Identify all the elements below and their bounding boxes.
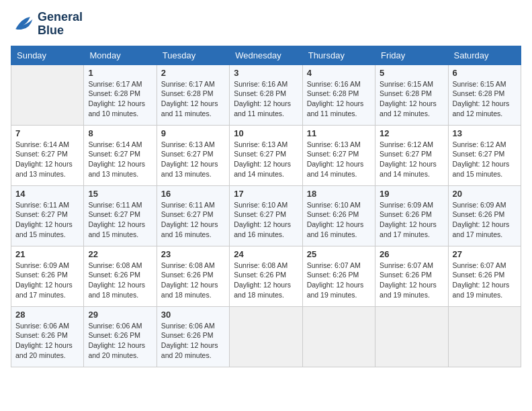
weekday-header-thursday: Thursday <box>302 46 375 64</box>
calendar-cell: 16Sunrise: 6:11 AM Sunset: 6:27 PM Dayli… <box>157 185 229 246</box>
day-number: 7 <box>15 128 79 138</box>
calendar-week-3: 14Sunrise: 6:11 AM Sunset: 6:27 PM Dayli… <box>11 185 521 246</box>
calendar-cell: 10Sunrise: 6:13 AM Sunset: 6:27 PM Dayli… <box>230 125 302 185</box>
day-number: 13 <box>453 128 517 138</box>
day-number: 24 <box>234 249 298 259</box>
calendar-cell: 18Sunrise: 6:10 AM Sunset: 6:26 PM Dayli… <box>302 185 375 246</box>
day-number: 28 <box>15 310 79 320</box>
day-info: Sunrise: 6:11 AM Sunset: 6:27 PM Dayligh… <box>15 200 79 240</box>
day-info: Sunrise: 6:07 AM Sunset: 6:26 PM Dayligh… <box>453 261 517 300</box>
day-number: 19 <box>380 189 443 199</box>
calendar-cell: 14Sunrise: 6:11 AM Sunset: 6:27 PM Dayli… <box>11 185 84 246</box>
calendar-header: SundayMondayTuesdayWednesdayThursdayFrid… <box>11 46 521 64</box>
page-header: General Blue <box>11 11 521 38</box>
calendar-cell <box>448 306 521 367</box>
day-info: Sunrise: 6:17 AM Sunset: 6:28 PM Dayligh… <box>161 79 225 119</box>
weekday-header-tuesday: Tuesday <box>157 46 229 64</box>
calendar-cell: 2Sunrise: 6:17 AM Sunset: 6:28 PM Daylig… <box>157 64 229 125</box>
day-info: Sunrise: 6:09 AM Sunset: 6:26 PM Dayligh… <box>15 261 79 300</box>
calendar-cell: 8Sunrise: 6:14 AM Sunset: 6:27 PM Daylig… <box>84 125 157 185</box>
calendar-cell <box>230 306 302 367</box>
day-number: 10 <box>234 128 298 138</box>
calendar-cell: 29Sunrise: 6:06 AM Sunset: 6:26 PM Dayli… <box>84 306 157 367</box>
calendar-cell: 22Sunrise: 6:08 AM Sunset: 6:26 PM Dayli… <box>84 246 157 306</box>
day-number: 8 <box>88 128 152 138</box>
calendar-cell: 27Sunrise: 6:07 AM Sunset: 6:26 PM Dayli… <box>448 246 521 306</box>
day-info: Sunrise: 6:06 AM Sunset: 6:26 PM Dayligh… <box>161 321 225 361</box>
calendar-cell: 12Sunrise: 6:12 AM Sunset: 6:27 PM Dayli… <box>375 125 448 185</box>
day-info: Sunrise: 6:16 AM Sunset: 6:28 PM Dayligh… <box>234 79 298 119</box>
day-info: Sunrise: 6:17 AM Sunset: 6:28 PM Dayligh… <box>88 79 152 119</box>
calendar-cell: 1Sunrise: 6:17 AM Sunset: 6:28 PM Daylig… <box>84 64 157 125</box>
day-number: 12 <box>380 128 443 138</box>
logo-text: General Blue <box>38 11 83 38</box>
weekday-header-wednesday: Wednesday <box>230 46 302 64</box>
weekday-header-saturday: Saturday <box>448 46 521 64</box>
day-info: Sunrise: 6:10 AM Sunset: 6:27 PM Dayligh… <box>234 200 298 240</box>
day-number: 4 <box>307 68 371 78</box>
day-info: Sunrise: 6:11 AM Sunset: 6:27 PM Dayligh… <box>88 200 152 240</box>
day-info: Sunrise: 6:15 AM Sunset: 6:28 PM Dayligh… <box>380 79 443 119</box>
calendar-table: SundayMondayTuesdayWednesdayThursdayFrid… <box>11 46 521 367</box>
calendar-cell: 6Sunrise: 6:15 AM Sunset: 6:28 PM Daylig… <box>448 64 521 125</box>
calendar-cell: 25Sunrise: 6:07 AM Sunset: 6:26 PM Dayli… <box>302 246 375 306</box>
day-number: 23 <box>161 249 225 259</box>
day-number: 9 <box>161 128 225 138</box>
day-info: Sunrise: 6:15 AM Sunset: 6:28 PM Dayligh… <box>453 79 517 119</box>
day-number: 3 <box>234 68 298 78</box>
calendar-cell: 19Sunrise: 6:09 AM Sunset: 6:26 PM Dayli… <box>375 185 448 246</box>
calendar-week-5: 28Sunrise: 6:06 AM Sunset: 6:26 PM Dayli… <box>11 306 521 367</box>
calendar-week-4: 21Sunrise: 6:09 AM Sunset: 6:26 PM Dayli… <box>11 246 521 306</box>
calendar-cell: 30Sunrise: 6:06 AM Sunset: 6:26 PM Dayli… <box>157 306 229 367</box>
day-info: Sunrise: 6:09 AM Sunset: 6:26 PM Dayligh… <box>453 200 517 240</box>
weekday-header-monday: Monday <box>84 46 157 64</box>
calendar-week-1: 1Sunrise: 6:17 AM Sunset: 6:28 PM Daylig… <box>11 64 521 125</box>
day-info: Sunrise: 6:14 AM Sunset: 6:27 PM Dayligh… <box>15 140 79 179</box>
calendar-cell: 7Sunrise: 6:14 AM Sunset: 6:27 PM Daylig… <box>11 125 84 185</box>
day-number: 30 <box>161 310 225 320</box>
day-info: Sunrise: 6:08 AM Sunset: 6:26 PM Dayligh… <box>234 261 298 300</box>
day-info: Sunrise: 6:13 AM Sunset: 6:27 PM Dayligh… <box>307 140 371 179</box>
logo: General Blue <box>11 11 83 38</box>
day-info: Sunrise: 6:07 AM Sunset: 6:26 PM Dayligh… <box>307 261 371 300</box>
calendar-cell <box>302 306 375 367</box>
weekday-header-friday: Friday <box>375 46 448 64</box>
calendar-cell: 3Sunrise: 6:16 AM Sunset: 6:28 PM Daylig… <box>230 64 302 125</box>
day-number: 15 <box>88 189 152 199</box>
calendar-cell: 21Sunrise: 6:09 AM Sunset: 6:26 PM Dayli… <box>11 246 84 306</box>
calendar-cell: 15Sunrise: 6:11 AM Sunset: 6:27 PM Dayli… <box>84 185 157 246</box>
day-number: 16 <box>161 189 225 199</box>
calendar-cell: 11Sunrise: 6:13 AM Sunset: 6:27 PM Dayli… <box>302 125 375 185</box>
day-info: Sunrise: 6:06 AM Sunset: 6:26 PM Dayligh… <box>88 321 152 361</box>
calendar-cell: 13Sunrise: 6:12 AM Sunset: 6:27 PM Dayli… <box>448 125 521 185</box>
calendar-cell: 20Sunrise: 6:09 AM Sunset: 6:26 PM Dayli… <box>448 185 521 246</box>
calendar-cell: 9Sunrise: 6:13 AM Sunset: 6:27 PM Daylig… <box>157 125 229 185</box>
day-info: Sunrise: 6:07 AM Sunset: 6:26 PM Dayligh… <box>380 261 443 300</box>
calendar-cell: 26Sunrise: 6:07 AM Sunset: 6:26 PM Dayli… <box>375 246 448 306</box>
day-number: 2 <box>161 68 225 78</box>
calendar-cell: 24Sunrise: 6:08 AM Sunset: 6:26 PM Dayli… <box>230 246 302 306</box>
day-info: Sunrise: 6:08 AM Sunset: 6:26 PM Dayligh… <box>88 261 152 300</box>
day-info: Sunrise: 6:06 AM Sunset: 6:26 PM Dayligh… <box>15 321 79 361</box>
day-number: 17 <box>234 189 298 199</box>
calendar-cell: 17Sunrise: 6:10 AM Sunset: 6:27 PM Dayli… <box>230 185 302 246</box>
day-number: 27 <box>453 249 517 259</box>
day-number: 18 <box>307 189 371 199</box>
weekday-header-sunday: Sunday <box>11 46 84 64</box>
day-number: 25 <box>307 249 371 259</box>
day-number: 26 <box>380 249 443 259</box>
day-info: Sunrise: 6:13 AM Sunset: 6:27 PM Dayligh… <box>234 140 298 179</box>
day-number: 5 <box>380 68 443 78</box>
calendar-week-2: 7Sunrise: 6:14 AM Sunset: 6:27 PM Daylig… <box>11 125 521 185</box>
day-info: Sunrise: 6:13 AM Sunset: 6:27 PM Dayligh… <box>161 140 225 179</box>
day-number: 29 <box>88 310 152 320</box>
calendar-cell <box>375 306 448 367</box>
day-number: 6 <box>453 68 517 78</box>
day-info: Sunrise: 6:10 AM Sunset: 6:26 PM Dayligh… <box>307 200 371 240</box>
calendar-cell: 4Sunrise: 6:16 AM Sunset: 6:28 PM Daylig… <box>302 64 375 125</box>
day-number: 22 <box>88 249 152 259</box>
day-number: 11 <box>307 128 371 138</box>
day-number: 21 <box>15 249 79 259</box>
day-info: Sunrise: 6:09 AM Sunset: 6:26 PM Dayligh… <box>380 200 443 240</box>
calendar-cell: 23Sunrise: 6:08 AM Sunset: 6:26 PM Dayli… <box>157 246 229 306</box>
